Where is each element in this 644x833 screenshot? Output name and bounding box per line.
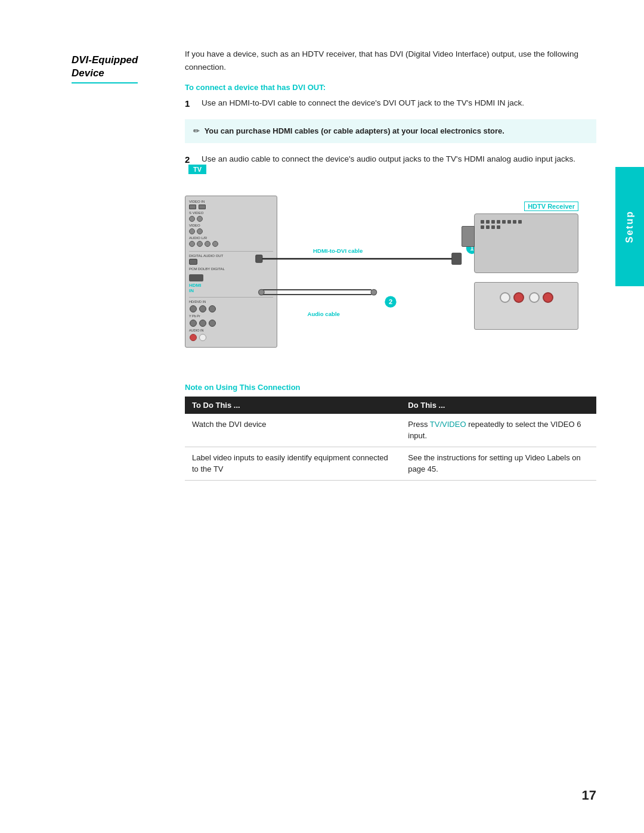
col2-header: Do This ... <box>401 397 596 414</box>
svg-text:Audio cable: Audio cable <box>307 311 340 317</box>
right-column: If you have a device, such as an HDTV re… <box>185 48 596 481</box>
row1-col2-prefix: Press <box>408 420 430 429</box>
table-body: Watch the DVI device Press TV/VIDEO repe… <box>185 414 596 481</box>
step-1: 1 Use an HDMI-to-DVI cable to connect th… <box>185 97 596 111</box>
tv-panel: VIDEO IN S VIDEO VIDEO <box>185 196 277 348</box>
svg-point-6 <box>371 289 377 295</box>
note-section-title: Note on Using This Connection <box>185 383 596 392</box>
connection-table: To Do This ... Do This ... Watch the DVI… <box>185 397 596 481</box>
row2-col1: Label video inputs to easily identify eq… <box>185 447 401 480</box>
hdtv-label: HDTV Receiver <box>524 202 578 211</box>
page-number: 17 <box>582 788 596 803</box>
step-2-text: Use an audio cable to connect the device… <box>202 153 575 167</box>
table-row-2: Label video inputs to easily identify eq… <box>185 447 596 480</box>
table-header-row: To Do This ... Do This ... <box>185 397 596 414</box>
table-header: To Do This ... Do This ... <box>185 397 596 414</box>
svg-point-9 <box>385 296 396 307</box>
step-1-number: 1 <box>185 97 194 111</box>
steps-list-2: 2 Use an audio cable to connect the devi… <box>185 153 596 167</box>
table-row: Watch the DVI device Press TV/VIDEO repe… <box>185 414 596 447</box>
step-1-text: Use an HDMI-to-DVI cable to connect the … <box>202 97 524 111</box>
row1-col2-link[interactable]: TV/VIDEO <box>430 420 466 429</box>
setup-tab-label: Setup <box>624 210 635 243</box>
diagram-area: TV VIDEO IN S VIDEO <box>185 178 596 368</box>
hdtv-box <box>474 213 578 273</box>
audio-connector-box <box>474 282 578 330</box>
left-column: DVI-Equipped Device <box>72 48 167 481</box>
svg-rect-2 <box>452 253 462 264</box>
row1-col1: Watch the DVI device <box>185 414 401 447</box>
setup-tab: Setup <box>615 167 644 286</box>
note-box: ✏ You can purchase HDMI cables (or cable… <box>185 119 596 143</box>
steps-list: 1 Use an HDMI-to-DVI cable to connect th… <box>185 97 596 111</box>
content-area: DVI-Equipped Device If you have a device… <box>72 48 596 481</box>
page-container: Setup DVI-Equipped Device If you have a … <box>0 0 644 833</box>
step-2: 2 Use an audio cable to connect the devi… <box>185 153 596 167</box>
section-title: DVI-Equipped Device <box>72 54 138 83</box>
tv-diagram-label: TV <box>188 165 206 174</box>
row2-col2: See the instructions for setting up Vide… <box>401 447 596 480</box>
svg-text:2: 2 <box>389 298 392 305</box>
sub-heading: To connect a device that has DVI OUT: <box>185 83 596 92</box>
intro-text: If you have a device, such as an HDTV re… <box>185 48 596 73</box>
note-icon: ✏ <box>193 126 200 135</box>
row1-col2: Press TV/VIDEO repeatedly to select the … <box>401 414 596 447</box>
col1-header: To Do This ... <box>185 397 401 414</box>
svg-text:HDMI-to-DVI cable: HDMI-to-DVI cable <box>313 247 363 254</box>
note-text: You can purchase HDMI cables (or cable a… <box>205 126 504 135</box>
